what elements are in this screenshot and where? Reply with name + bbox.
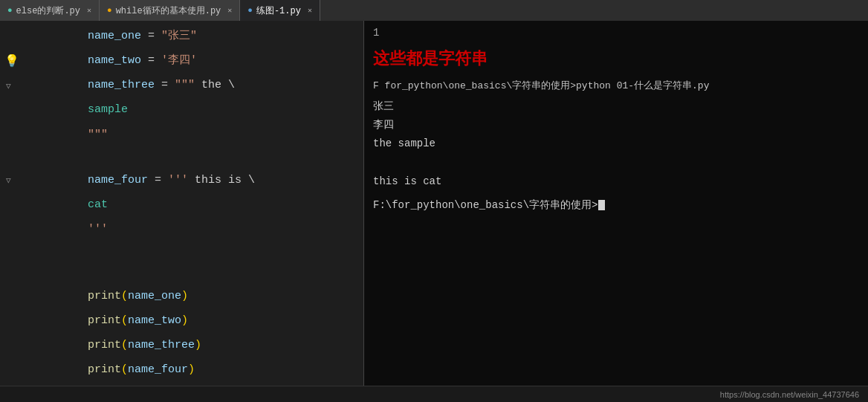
terminal-header: 1 xyxy=(364,24,868,48)
tab-lianjie-py[interactable]: ● 练图-1.py ✕ xyxy=(240,0,320,21)
code-line-15: print(name_four) xyxy=(0,358,363,383)
terminal-line-num: 1 xyxy=(373,27,859,39)
tab-bar: ● else的判断.py ✕ ● while循环的基本使用.py ✕ ● 练图-… xyxy=(0,0,868,21)
output-line-2: 李四 xyxy=(373,116,859,134)
bottom-bar: https://blog.csdn.net/weixin_44737646 xyxy=(0,386,868,402)
tab-while-py[interactable]: ● while循环的基本使用.py ✕ xyxy=(100,0,240,21)
terminal-command: F for_python\one_basics\字符串的使用>python 01… xyxy=(373,79,859,94)
tab-label-1: else的判断.py xyxy=(16,4,80,17)
tab-else-py[interactable]: ● else的判断.py ✕ xyxy=(0,0,100,21)
editor-pane: name_one = "张三" 💡 name_two = '李四' ▽ name… xyxy=(0,21,364,386)
code-line-9: ''' xyxy=(0,218,363,242)
bulb-icon: 💡 xyxy=(4,54,19,68)
tab-label-3: 练图-1.py xyxy=(256,4,301,17)
tab-label-2: while循环的基本使用.py xyxy=(116,4,221,17)
terminal-pane: 1 这些都是字符串 F for_python\one_basics\字符串的使用… xyxy=(364,21,868,386)
terminal-content: F for_python\one_basics\字符串的使用>python 01… xyxy=(364,79,868,213)
prompt-text: F:\for_python\one_basics\字符串的使用> xyxy=(373,199,597,211)
tab-close-3[interactable]: ✕ xyxy=(308,6,312,15)
code-area: name_one = "张三" 💡 name_two = '李四' ▽ name… xyxy=(0,21,363,386)
output-line-1: 张三 xyxy=(373,97,859,116)
output-line-5: this is cat xyxy=(373,172,859,191)
fold-icon-7[interactable]: ▽ xyxy=(6,175,11,185)
line-content-15: print(name_four) xyxy=(21,339,195,386)
output-line-3: the sample xyxy=(373,134,859,153)
output-line-4 xyxy=(373,153,859,172)
tab-icon-2: ● xyxy=(107,6,112,15)
fold-icon-3[interactable]: ▽ xyxy=(6,81,11,91)
tab-icon-1: ● xyxy=(7,6,13,15)
code-line-10 xyxy=(0,242,363,263)
tab-icon-3: ● xyxy=(247,6,253,15)
tab-close-2[interactable]: ✕ xyxy=(227,6,232,15)
terminal-output: 张三 李四 the sample this is cat xyxy=(373,97,859,191)
terminal-prompt: F:\for_python\one_basics\字符串的使用> xyxy=(373,197,859,213)
terminal-title: 这些都是字符串 xyxy=(364,48,868,70)
bottom-url: https://blog.csdn.net/weixin_44737646 xyxy=(720,390,859,399)
tab-close-1[interactable]: ✕ xyxy=(87,6,91,15)
cursor-block xyxy=(598,200,605,210)
terminal-inner: 1 这些都是字符串 F for_python\one_basics\字符串的使用… xyxy=(364,21,868,386)
code-line-5: """ xyxy=(0,123,363,147)
main-content: name_one = "张三" 💡 name_two = '李四' ▽ name… xyxy=(0,21,868,386)
